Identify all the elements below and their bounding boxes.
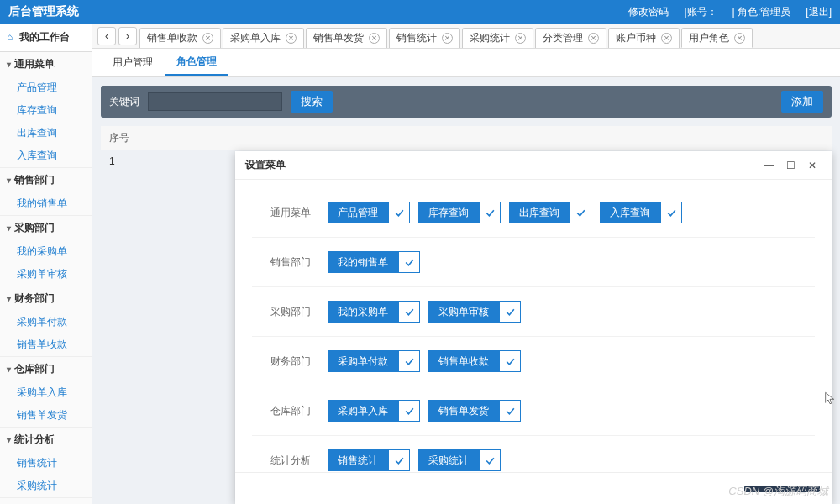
check-icon[interactable]	[398, 400, 420, 422]
chip-label: 销售单收款	[428, 350, 499, 372]
tab[interactable]: 账户币种×	[608, 28, 680, 48]
tab[interactable]: 销售单收款×	[139, 28, 221, 48]
sidebar-title: ⌂ 我的工作台	[0, 24, 92, 52]
dialog-confirm-button[interactable]	[744, 486, 820, 492]
permission-chip[interactable]: 采购统计	[418, 449, 501, 471]
sidebar-item[interactable]: 我的销售单	[0, 192, 92, 215]
main-area: ‹ › 销售单收款×采购单入库×销售单发货×销售统计×采购统计×分类管理×账户币…	[92, 24, 840, 504]
search-input[interactable]	[148, 92, 282, 111]
sidebar-item[interactable]: 采购统计	[0, 475, 92, 497]
tab-scroll-left[interactable]: ‹	[97, 27, 116, 45]
topbar: 后台管理系统 修改密码 |账号： | 角色:管理员 [退出]	[0, 0, 840, 24]
permission-chip[interactable]: 采购单审核	[428, 301, 521, 323]
sidebar-item[interactable]: 出库查询	[0, 122, 92, 144]
permission-chip[interactable]: 销售单发货	[428, 400, 521, 422]
check-icon[interactable]	[388, 202, 410, 223]
check-icon[interactable]	[660, 202, 682, 223]
tab-close-icon[interactable]: ×	[369, 33, 380, 44]
check-icon[interactable]	[398, 350, 420, 372]
logout-link[interactable]: [退出]	[806, 5, 832, 19]
sidebar-item[interactable]: 销售单收款	[0, 333, 92, 356]
chip-label: 采购单审核	[428, 301, 499, 323]
chip-label: 采购统计	[418, 449, 479, 471]
permission-chip[interactable]: 入库查询	[600, 202, 682, 223]
check-icon[interactable]	[499, 400, 521, 422]
permission-chip[interactable]: 我的销售单	[328, 251, 420, 273]
permission-chip[interactable]: 销售统计	[328, 449, 410, 471]
sidebar-item[interactable]: 采购单入库	[0, 381, 92, 404]
change-password-link[interactable]: 修改密码	[628, 5, 669, 19]
sidebar-item[interactable]: 采购单审核	[0, 263, 92, 286]
search-label: 关键词	[109, 95, 139, 109]
search-button[interactable]: 搜索	[291, 91, 333, 113]
nav-group-header[interactable]: 财务部门	[0, 286, 92, 311]
subtab[interactable]: 角色管理	[165, 50, 228, 76]
nav-group-header[interactable]: 采购部门	[0, 216, 92, 240]
menu-row-label: 仓库部门	[252, 404, 328, 418]
check-icon[interactable]	[479, 202, 501, 223]
sidebar-item[interactable]: 采购单付款	[0, 311, 92, 333]
permission-chip[interactable]: 库存查询	[418, 202, 501, 223]
tab-close-icon[interactable]: ×	[442, 33, 453, 44]
permission-chip[interactable]: 出库查询	[509, 202, 591, 223]
settings-dialog: 设置菜单 — ☐ ✕ 通用菜单产品管理库存查询出库查询入库查询销售部门我的销售单…	[235, 151, 832, 504]
chip-label: 出库查询	[509, 202, 570, 223]
menu-row: 财务部门采购单付款销售单收款	[252, 337, 815, 386]
menu-row: 销售部门我的销售单	[252, 238, 815, 287]
menu-row-label: 统计分析	[252, 454, 328, 468]
chip-label: 产品管理	[328, 202, 388, 223]
check-icon[interactable]	[499, 350, 521, 372]
permission-chip[interactable]: 销售单收款	[428, 350, 521, 372]
permission-chip[interactable]: 我的采购单	[328, 301, 420, 323]
chip-label: 我的销售单	[328, 251, 398, 273]
tab-close-icon[interactable]: ×	[286, 33, 297, 44]
tab-close-icon[interactable]: ×	[734, 33, 745, 44]
nav-group-header[interactable]: 通用菜单	[0, 52, 92, 76]
tab[interactable]: 采购单入库×	[223, 28, 304, 48]
minimize-icon[interactable]: —	[759, 156, 778, 175]
dialog-body: 通用菜单产品管理库存查询出库查询入库查询销售部门我的销售单采购部门我的采购单采购…	[235, 180, 832, 472]
tab-label: 分类管理	[543, 31, 583, 45]
tab-label: 用户角色	[689, 31, 729, 45]
tab[interactable]: 用户角色×	[681, 28, 753, 48]
dialog-footer	[235, 472, 832, 504]
maximize-icon[interactable]: ☐	[781, 156, 800, 175]
check-icon[interactable]	[479, 449, 501, 471]
close-icon[interactable]: ✕	[803, 156, 822, 175]
tab[interactable]: 分类管理×	[535, 28, 606, 48]
check-icon[interactable]	[398, 251, 420, 273]
nav-group-header[interactable]: 仓库部门	[0, 357, 92, 381]
tab[interactable]: 采购统计×	[462, 28, 533, 48]
add-button[interactable]: 添加	[781, 91, 823, 113]
chip-label: 我的采购单	[328, 301, 398, 323]
tab-label: 采购统计	[470, 31, 510, 45]
tab-close-icon[interactable]: ×	[202, 33, 213, 44]
permission-chip[interactable]: 采购单付款	[328, 350, 420, 372]
check-icon[interactable]	[570, 202, 591, 223]
sidebar-item[interactable]: 我的采购单	[0, 240, 92, 263]
permission-chip[interactable]: 产品管理	[328, 202, 410, 223]
tab-close-icon[interactable]: ×	[661, 33, 672, 44]
check-icon[interactable]	[398, 301, 420, 323]
menu-row: 统计分析销售统计采购统计	[252, 436, 815, 472]
tab[interactable]: 销售统计×	[389, 28, 460, 48]
tab[interactable]: 销售单发货×	[306, 28, 387, 48]
nav-group-header[interactable]: 系统菜单	[0, 498, 92, 504]
tab-close-icon[interactable]: ×	[515, 33, 526, 44]
sidebar-item[interactable]: 销售单发货	[0, 404, 92, 427]
sidebar-item[interactable]: 入库查询	[0, 144, 92, 167]
menu-row-label: 通用菜单	[252, 206, 328, 220]
sidebar-item[interactable]: 产品管理	[0, 76, 92, 99]
check-icon[interactable]	[388, 449, 410, 471]
menu-row-label: 采购部门	[252, 305, 328, 319]
tab-scroll-right[interactable]: ›	[118, 27, 137, 45]
nav-group-header[interactable]: 统计分析	[0, 428, 92, 452]
sidebar-item[interactable]: 销售统计	[0, 452, 92, 475]
subtab[interactable]: 用户管理	[101, 50, 165, 75]
chip-label: 入库查询	[600, 202, 660, 223]
tab-close-icon[interactable]: ×	[588, 33, 599, 44]
check-icon[interactable]	[499, 301, 521, 323]
sidebar-item[interactable]: 库存查询	[0, 99, 92, 122]
nav-group-header[interactable]: 销售部门	[0, 168, 92, 192]
permission-chip[interactable]: 采购单入库	[328, 400, 420, 422]
